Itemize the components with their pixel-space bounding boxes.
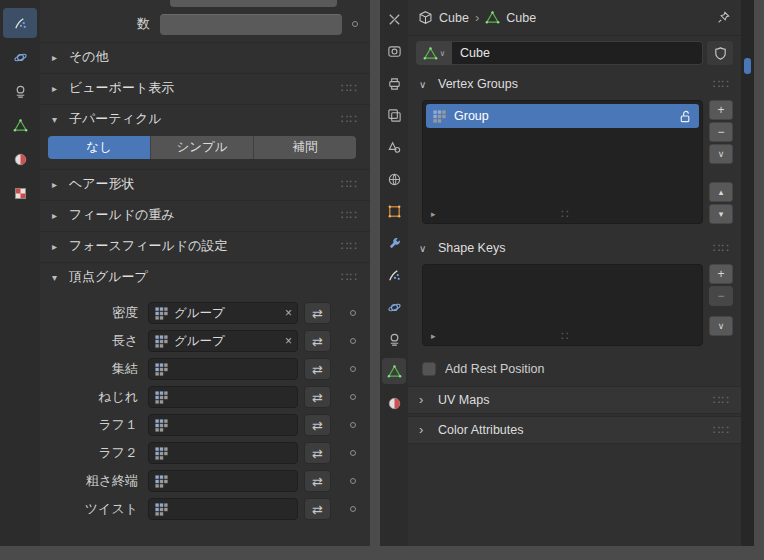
- panel-header-child-particles[interactable]: ▾ 子パーティクル ∷∷: [40, 104, 370, 133]
- number-row: 数: [40, 8, 370, 40]
- tab-texture-properties[interactable]: [3, 178, 37, 208]
- shape-keys-list[interactable]: ▸ ∷: [422, 264, 703, 346]
- tab-render[interactable]: [382, 38, 406, 64]
- decorator-dot[interactable]: [350, 338, 356, 344]
- list-expand-icon[interactable]: ▸: [431, 209, 436, 219]
- panel-header-field-weights[interactable]: ▸ フィールドの重み ∷∷: [40, 200, 370, 229]
- tab-particles[interactable]: [382, 262, 406, 288]
- add-rest-position-checkbox[interactable]: [422, 362, 436, 376]
- vertex-group-specials-button[interactable]: ∨: [709, 144, 733, 164]
- vertex-group-select-field[interactable]: [148, 414, 298, 436]
- panel-header-other[interactable]: ▸ その他: [40, 42, 370, 71]
- scrollbar-track[interactable]: [741, 0, 754, 546]
- drag-handle-icon[interactable]: ∷∷: [713, 423, 730, 437]
- tab-object[interactable]: [382, 198, 406, 224]
- tab-tool[interactable]: [382, 6, 406, 32]
- cube-object-icon: [418, 10, 433, 25]
- add-shape-key-button[interactable]: +: [709, 264, 733, 284]
- clear-icon[interactable]: ×: [285, 306, 292, 320]
- decorator-dot[interactable]: [350, 422, 356, 428]
- drag-handle-icon[interactable]: ∷∷: [341, 177, 358, 191]
- decorator-dot[interactable]: [350, 450, 356, 456]
- list-resize-grip[interactable]: ∷: [561, 329, 569, 343]
- swap-arrows-icon: ⇄: [312, 418, 323, 433]
- drag-handle-icon[interactable]: ∷∷: [341, 112, 358, 126]
- datablock-browse-button[interactable]: ∨: [416, 41, 452, 65]
- remove-shape-key-button[interactable]: −: [709, 286, 733, 306]
- field-value: グループ: [174, 305, 280, 322]
- vertex-groups-list[interactable]: Group ▸ ∷: [422, 100, 703, 224]
- move-vertex-group-up-button[interactable]: ▴: [709, 182, 733, 202]
- invert-vgroup-button[interactable]: ⇄: [304, 442, 331, 464]
- fake-user-button[interactable]: [707, 41, 733, 65]
- tab-material-properties[interactable]: [3, 144, 37, 174]
- panel-header-force-field-settings[interactable]: ▸ フォースフィールドの設定 ∷∷: [40, 231, 370, 260]
- drag-handle-icon[interactable]: ∷∷: [713, 241, 730, 255]
- drag-handle-icon[interactable]: ∷∷: [713, 393, 730, 407]
- invert-vgroup-button[interactable]: ⇄: [304, 470, 331, 492]
- decorator-dot[interactable]: [350, 478, 356, 484]
- tab-constraints[interactable]: [382, 326, 406, 352]
- panel-header-vertex-groups[interactable]: ∨ Vertex Groups ∷∷: [408, 70, 741, 98]
- list-resize-grip[interactable]: ∷: [561, 207, 569, 221]
- decorator-dot[interactable]: [350, 394, 356, 400]
- number-field[interactable]: [160, 14, 342, 35]
- invert-vgroup-button[interactable]: ⇄: [304, 414, 331, 436]
- lock-open-icon[interactable]: [678, 109, 693, 124]
- tab-output[interactable]: [382, 70, 406, 96]
- tab-view-layer[interactable]: [382, 102, 406, 128]
- vertex-group-select-field[interactable]: [148, 470, 298, 492]
- vertex-group-select-field[interactable]: [148, 386, 298, 408]
- panel-header-vertex-groups[interactable]: ▾ 頂点グループ ∷∷: [40, 262, 370, 291]
- tab-object-data-properties[interactable]: [3, 110, 37, 140]
- drag-handle-icon[interactable]: ∷∷: [341, 270, 358, 284]
- tab-scene[interactable]: [382, 134, 406, 160]
- move-vertex-group-down-button[interactable]: ▾: [709, 204, 733, 224]
- tab-material[interactable]: [382, 390, 406, 416]
- datablock-name-input[interactable]: Cube: [452, 41, 703, 65]
- decorator-dot[interactable]: [350, 310, 356, 316]
- tab-constraint-properties[interactable]: [3, 76, 37, 106]
- invert-vgroup-button[interactable]: ⇄: [304, 358, 331, 380]
- tab-particle-properties[interactable]: [3, 8, 37, 38]
- tab-physics-properties[interactable]: [3, 42, 37, 72]
- panel-header-uv-maps[interactable]: › UV Maps ∷∷: [408, 386, 741, 414]
- panel-header-hair-shape[interactable]: ▸ ヘアー形状 ∷∷: [40, 169, 370, 198]
- invert-vgroup-button[interactable]: ⇄: [304, 498, 331, 520]
- panel-header-shape-keys[interactable]: ∨ Shape Keys ∷∷: [408, 234, 741, 262]
- vertex-group-select-field[interactable]: [148, 442, 298, 464]
- drag-handle-icon[interactable]: ∷∷: [713, 77, 730, 91]
- decorator-dot[interactable]: [350, 506, 356, 512]
- drag-handle-icon[interactable]: ∷∷: [341, 239, 358, 253]
- vertex-group-select-field[interactable]: [148, 358, 298, 380]
- invert-vgroup-button[interactable]: ⇄: [304, 302, 331, 324]
- vertex-group-list-item[interactable]: Group: [426, 104, 699, 128]
- particles-icon: [387, 268, 402, 283]
- invert-vgroup-button[interactable]: ⇄: [304, 386, 331, 408]
- panel-header-viewport-display[interactable]: ▸ ビューポート表示 ∷∷: [40, 73, 370, 102]
- drag-handle-icon[interactable]: ∷∷: [341, 208, 358, 222]
- remove-vertex-group-button[interactable]: −: [709, 122, 733, 142]
- invert-vgroup-button[interactable]: ⇄: [304, 330, 331, 352]
- list-expand-icon[interactable]: ▸: [431, 331, 436, 341]
- tab-object-data[interactable]: [382, 358, 406, 384]
- drag-handle-icon[interactable]: ∷∷: [341, 81, 358, 95]
- vertex-group-select-field[interactable]: グループ ×: [148, 302, 298, 324]
- clear-icon[interactable]: ×: [285, 334, 292, 348]
- add-vertex-group-button[interactable]: +: [709, 100, 733, 120]
- vertex-group-select-field[interactable]: [148, 498, 298, 520]
- tab-world[interactable]: [382, 166, 406, 192]
- decorator-dot[interactable]: [352, 21, 358, 27]
- decorator-dot[interactable]: [350, 366, 356, 372]
- child-type-interpolated-button[interactable]: 補間: [254, 136, 356, 159]
- child-type-simple-button[interactable]: シンプル: [151, 136, 254, 159]
- shape-key-specials-button[interactable]: ∨: [709, 316, 733, 336]
- scrollbar-thumb[interactable]: [744, 58, 751, 74]
- tab-physics[interactable]: [382, 294, 406, 320]
- tab-modifiers[interactable]: [382, 230, 406, 256]
- panel-header-color-attributes[interactable]: › Color Attributes ∷∷: [408, 416, 741, 444]
- child-type-none-button[interactable]: なし: [48, 136, 151, 159]
- vertex-group-select-field[interactable]: グループ ×: [148, 330, 298, 352]
- pin-icon[interactable]: [716, 10, 731, 25]
- chevron-right-icon: ›: [419, 425, 431, 435]
